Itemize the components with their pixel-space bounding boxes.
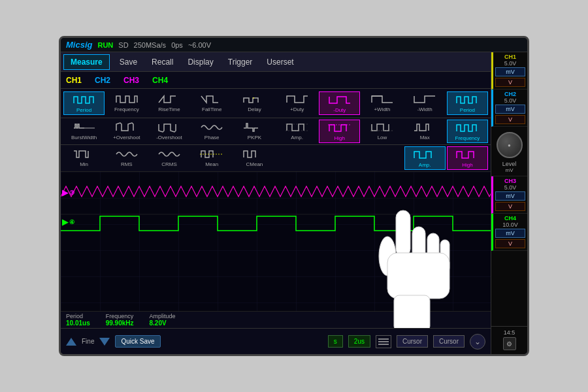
measure-period2[interactable]: Period [447,91,488,115]
max-icon [413,121,436,134]
time-value-display: 2us [348,335,370,348]
amp-icon [286,121,309,134]
novershoot-icon [157,121,181,134]
voltage-display: ~6.00V [188,41,211,49]
fine-down-button[interactable] [99,338,110,346]
measure-period[interactable]: Period [63,91,105,115]
measure-tab[interactable]: Measure [63,54,110,70]
ch1-unit-mv[interactable]: mV [495,67,525,76]
mean-icon [200,148,223,161]
ch1-unit-v[interactable]: V [495,78,525,87]
measure-rms[interactable]: RMS [106,146,147,170]
risetime-label: RiseTime [158,106,180,112]
measure-povershoot[interactable]: +Overshoot [106,120,147,143]
risetime-icon [157,93,181,106]
measure-min[interactable]: Min [63,146,105,170]
stat-amplitude: Amplitude 8.20V [150,313,176,327]
amp2-label: Amp. [419,162,431,168]
ch3-unit-mv[interactable]: mV [495,191,525,201]
ch1-control: CH1 5.0V mV V [491,52,527,90]
measure-nduty[interactable]: -Duty [319,91,360,115]
pwidth-icon [370,93,394,106]
measure-max[interactable]: Max [404,120,446,143]
measure-mean[interactable]: Mean [191,146,233,170]
measure-high[interactable]: High [319,120,360,143]
fine-up-button[interactable] [66,338,76,346]
ch4-indicator: ▶ ④ [62,218,74,227]
crms-label: CRMS [161,161,177,167]
measure-cmean[interactable]: CMean [234,146,275,170]
measure-frequency2[interactable]: Frequency [447,120,488,143]
period-label: Period [76,107,91,113]
scope-display: ▶ ③ ▶ ④ Period 10.01us Frequency 99.90kH… [61,172,491,328]
measure-pduty[interactable]: +Duty [276,91,318,115]
chevron-down-icon: ⌄ [474,337,481,346]
measurement-row-1: Period Frequency RiseTime [61,89,491,118]
measure-pkpk[interactable]: PKPK [234,120,275,143]
nduty-label: -Duty [333,107,346,113]
ch1-button[interactable]: CH1 [66,76,82,85]
measure-pwidth[interactable]: +Width [361,91,402,115]
ch3-ctrl-label: CH3 [495,178,526,184]
menu-icon-button[interactable] [376,335,391,348]
measure-falltime[interactable]: FallTime [191,91,233,115]
level-knob[interactable]: ● [497,132,523,158]
ch2-unit-mv[interactable]: mV [495,105,525,114]
pduty-icon [286,93,309,106]
ch4-unit-v[interactable]: V [495,239,525,248]
time-display-sidebar: 14:5 ⚙ [491,326,527,354]
nwidth-label: -Width [417,106,433,112]
userset-tab[interactable]: Userset [259,54,301,70]
right-sidebar: CH1 5.0V mV V CH2 5.0V mV V ● Level mV [491,52,527,354]
measure-nwidth[interactable]: -Width [404,91,446,115]
stat-amp-label: Amplitude [150,313,176,319]
ch3-indicator: ▶ ③ [62,188,74,197]
povershoot-icon [115,121,139,134]
trigger-tab[interactable]: Trigger [221,54,260,70]
delay-label: Delay [248,106,261,112]
expand-button[interactable]: ⌄ [470,334,485,350]
quick-save-button[interactable]: Quick Save [115,335,160,348]
ch4-button[interactable]: CH4 [152,76,168,85]
measure-high2[interactable]: High [447,146,488,170]
settings-button[interactable]: ⚙ [503,337,516,350]
ch3-button[interactable]: CH3 [123,76,139,85]
mv-label: mV [506,167,514,173]
measure-delay[interactable]: Delay [234,91,275,115]
ch2-unit-v[interactable]: V [495,115,525,124]
pkpk-label: PKPK [248,135,261,140]
ch2-button[interactable]: CH2 [95,76,110,85]
measure-phase[interactable]: Phase [191,120,233,143]
mean-label: Mean [205,161,218,167]
measure-amp2[interactable]: Amp. [404,146,446,170]
measure-novershoot[interactable]: -Overshoot [148,120,189,143]
cursor2-button[interactable]: Cursor [433,335,465,348]
measure-crms[interactable]: CRMS [148,146,189,170]
measure-burstwidth[interactable]: BurstWidth [63,120,105,143]
scope-stats-bar: Period 10.01us Frequency 99.90kHz Amplit… [61,311,491,328]
channel-bar: CH1 CH2 CH3 CH4 [61,72,491,89]
rms-icon [115,148,139,161]
save-tab[interactable]: Save [112,54,144,70]
measure-low[interactable]: Low [361,120,402,143]
measure-empty3 [361,146,402,170]
ch4-unit-mv[interactable]: mV [495,229,525,238]
measure-frequency[interactable]: Frequency [106,91,147,115]
measure-amp[interactable]: Amp. [276,120,318,143]
frequency-icon [115,93,139,106]
falltime-label: FallTime [202,106,221,112]
stat-period-label: Period [66,313,90,319]
cursor1-button[interactable]: Cursor [397,335,428,348]
brand-logo: Micsig [66,40,92,50]
level-label: Level [502,161,517,167]
povershoot-label: +Overshoot [113,135,140,140]
nwidth-icon [413,93,436,106]
low-label: Low [378,135,387,140]
frequency2-label: Frequency [455,135,480,141]
ch1-ctrl-label: CH1 [495,54,526,60]
recall-tab[interactable]: Recall [144,54,180,70]
display-tab[interactable]: Display [180,54,220,70]
storage-indicator: SD [118,41,128,49]
measure-risetime[interactable]: RiseTime [148,91,189,115]
ch3-unit-v[interactable]: V [495,202,525,211]
